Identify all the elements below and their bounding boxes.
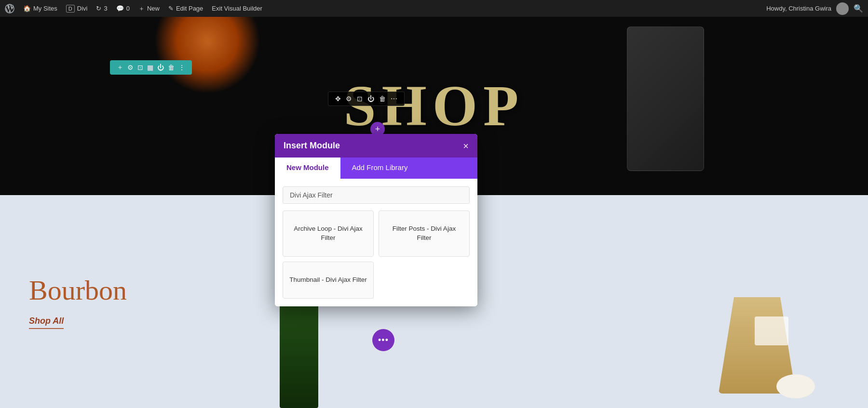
glass-decoration	[627, 26, 704, 171]
exit-builder-label: Exit Visual Builder	[212, 5, 262, 12]
row-layout-icon[interactable]: ⊡	[357, 95, 363, 103]
edit-icon: ✎	[168, 5, 174, 12]
section-trash-icon[interactable]: 🗑	[168, 64, 175, 71]
home-icon: 🏠	[23, 5, 31, 12]
row-trash-icon[interactable]: 🗑	[379, 95, 386, 103]
section-power-icon[interactable]: ⏻	[157, 64, 164, 71]
new-label: New	[147, 5, 160, 12]
section-toolbar[interactable]: ＋ ⚙ ⊡ ▦ ⏻ 🗑 ⋮	[110, 60, 192, 75]
section-more-icon[interactable]: ⋮	[178, 64, 185, 71]
row-settings-icon[interactable]: ⚙	[346, 95, 352, 103]
page-background: SHOP ＋ ⚙ ⊡ ▦ ⏻ 🗑 ⋮ ✥ ⚙ ⊡ ⏻ 🗑 ⋯ + Insert …	[0, 17, 868, 408]
nuts-bowl	[776, 374, 815, 398]
wp-admin-bar: 🏠 My Sites D Divi ↻ 3 💬 0 ＋ New ✎ Edit P…	[0, 0, 868, 17]
modal-title: Insert Module	[284, 141, 340, 151]
insert-module-modal: Insert Module × New Module Add From Libr…	[275, 134, 477, 306]
cocktail-area	[675, 225, 820, 408]
edit-page-label: Edit Page	[176, 5, 203, 12]
modal-close-button[interactable]: ×	[463, 141, 469, 151]
divi-icon: D	[66, 5, 75, 13]
ice-cube	[755, 316, 788, 345]
new-menu[interactable]: ＋ New	[138, 4, 160, 13]
wordpress-logo[interactable]	[5, 4, 14, 13]
comments-count: 0	[126, 5, 130, 12]
my-sites-menu[interactable]: 🏠 My Sites	[23, 5, 57, 12]
plus-icon: ＋	[138, 4, 145, 13]
module-item-thumbnail[interactable]: Thumbnail - Divi Ajax Filter	[283, 262, 374, 299]
module-label-filter-posts: Filter Posts - Divi Ajax Filter	[393, 225, 456, 241]
updates-count: 3	[104, 5, 107, 12]
modal-header: Insert Module ×	[275, 134, 477, 158]
comments-icon: 💬	[116, 5, 124, 12]
row-power-icon[interactable]: ⏻	[367, 95, 374, 103]
module-search-input[interactable]	[283, 186, 470, 204]
tab-new-module[interactable]: New Module	[275, 158, 340, 179]
section-layout-icon[interactable]: ⊡	[137, 64, 143, 71]
divi-menu[interactable]: D Divi	[66, 5, 88, 13]
floating-dots-button[interactable]: •••	[372, 329, 394, 351]
search-icon[interactable]: 🔍	[854, 4, 863, 13]
bourbon-text-area: Bourbon Shop All	[0, 255, 156, 348]
shop-all-link[interactable]: Shop All	[29, 316, 64, 329]
updates-icon: ↻	[96, 5, 101, 12]
updates-menu[interactable]: ↻ 3	[96, 5, 107, 12]
section-settings-icon[interactable]: ⚙	[127, 64, 134, 71]
orange-glow-decoration	[154, 17, 260, 94]
row-more-icon[interactable]: ⋯	[391, 95, 397, 103]
section-add-icon[interactable]: ＋	[117, 63, 123, 72]
greeting-text: Howdy, Christina Gwira	[766, 5, 831, 12]
edit-page-menu[interactable]: ✎ Edit Page	[168, 5, 203, 12]
section-columns-icon[interactable]: ▦	[147, 64, 153, 71]
tab-add-from-library[interactable]: Add From Library	[340, 158, 420, 179]
modal-body: Archive Loop - Divi Ajax Filter Filter P…	[275, 179, 477, 306]
avatar	[836, 2, 849, 15]
module-label-thumbnail: Thumbnail - Divi Ajax Filter	[289, 276, 367, 283]
exit-builder-menu[interactable]: Exit Visual Builder	[212, 5, 262, 12]
module-grid: Archive Loop - Divi Ajax Filter Filter P…	[283, 211, 470, 299]
modal-tabs: New Module Add From Library	[275, 158, 477, 179]
module-item-archive-loop[interactable]: Archive Loop - Divi Ajax Filter	[283, 211, 374, 257]
bourbon-title: Bourbon	[29, 274, 127, 306]
row-move-icon[interactable]: ✥	[335, 95, 341, 103]
tab-new-module-label: New Module	[286, 163, 329, 171]
my-sites-label: My Sites	[33, 5, 57, 12]
admin-bar-right: Howdy, Christina Gwira 🔍	[766, 2, 863, 15]
tab-add-from-library-label: Add From Library	[352, 163, 408, 171]
module-item-filter-posts[interactable]: Filter Posts - Divi Ajax Filter	[379, 211, 470, 257]
row-toolbar[interactable]: ✥ ⚙ ⊡ ⏻ 🗑 ⋯	[328, 92, 405, 106]
comments-menu[interactable]: 💬 0	[116, 5, 130, 12]
divi-label: Divi	[77, 5, 88, 12]
module-label-archive-loop: Archive Loop - Divi Ajax Filter	[294, 225, 363, 241]
